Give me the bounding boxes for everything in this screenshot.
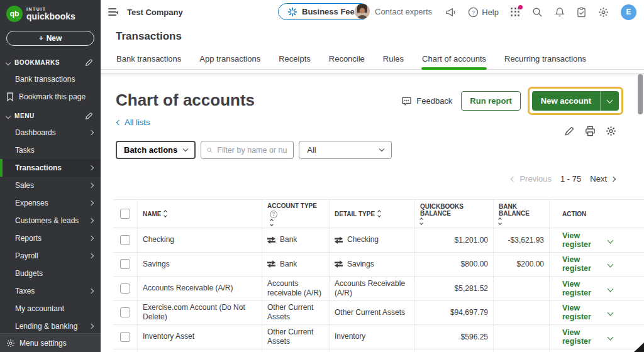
collapse-sidebar-icon[interactable] — [108, 8, 118, 16]
tab-chart-of-accounts[interactable]: Chart of accounts — [421, 50, 487, 69]
cell-detail-type: Savings — [347, 260, 374, 269]
header-account-type[interactable]: ACCOUNT TYPE ? — [262, 200, 329, 228]
sidebar-item-my-accountant[interactable]: My accountant — [0, 300, 101, 317]
row-action-dropdown[interactable] — [608, 308, 613, 317]
next-page-button[interactable]: Next — [590, 174, 615, 184]
header-detail-type[interactable]: DETAIL TYPE — [329, 200, 414, 228]
sort-icon — [164, 211, 167, 217]
cell-name: Checking — [143, 235, 174, 245]
chevron-down-icon — [608, 334, 614, 340]
tab-reconcile[interactable]: Reconcile — [328, 50, 365, 69]
help-tooltip-icon[interactable]: ? — [270, 211, 277, 218]
bookmark-this-page[interactable]: Bookmark this page — [0, 88, 101, 106]
apps-menu-icon[interactable] — [511, 8, 520, 17]
view-register-link[interactable]: View register — [562, 231, 608, 249]
table-row: Exercise.com Account (Do Not Delete) Oth… — [113, 301, 644, 326]
chevron-right-icon — [89, 236, 94, 241]
header-label: NAME — [143, 211, 161, 217]
row-checkbox[interactable] — [120, 307, 130, 317]
sidebar: qb INTUIT quickbooks + New BOOKMARKS Ban… — [0, 0, 101, 352]
quickbooks-logo[interactable]: qb INTUIT quickbooks — [0, 0, 101, 26]
sidebar-item-tasks[interactable]: Tasks — [0, 141, 101, 159]
edit-pencil-icon[interactable] — [85, 58, 93, 67]
chevron-right-icon — [89, 324, 94, 329]
header-bank-balance[interactable]: BANK BALANCE — [493, 200, 549, 228]
brand-text: INTUIT quickbooks — [26, 7, 75, 21]
all-lists-link[interactable]: All lists — [117, 118, 150, 127]
feedback-button[interactable]: Feedback — [401, 96, 452, 106]
cell-account-type: Accounts receivable (A/R) — [267, 279, 324, 298]
notifications-bell-icon[interactable] — [555, 7, 565, 18]
tab-bank-transactions[interactable]: Bank transactions — [116, 50, 182, 69]
tab-receipts[interactable]: Receipts — [278, 50, 311, 69]
sidebar-item-payroll[interactable]: Payroll — [0, 247, 101, 265]
table-settings-gear-icon[interactable] — [606, 126, 616, 136]
quickbooks-label: quickbooks — [26, 12, 75, 21]
header-name[interactable]: NAME — [137, 200, 262, 228]
run-report-button[interactable]: Run report — [461, 91, 520, 111]
view-register-link[interactable]: View register — [562, 304, 608, 321]
sidebar-item-transactions[interactable]: Transactions — [0, 159, 101, 177]
sidebar-item-taxes[interactable]: Taxes — [0, 282, 101, 300]
toolbar: Batch actions All — [116, 141, 644, 159]
new-account-dropdown[interactable] — [600, 91, 619, 111]
cell-quickbooks-balance: $800.00 — [461, 260, 488, 268]
row-checkbox[interactable] — [120, 235, 130, 245]
sidebar-item-dashboards[interactable]: Dashboards — [0, 124, 101, 141]
help-icon: ? — [468, 7, 479, 18]
contact-experts-label: Contact experts — [375, 7, 432, 16]
cell-account-type: Bank — [280, 260, 297, 269]
tab-rules[interactable]: Rules — [382, 50, 404, 69]
user-avatar[interactable]: E — [621, 4, 636, 20]
help-menu[interactable]: ? Help — [468, 7, 499, 18]
select-all-checkbox[interactable] — [120, 209, 130, 219]
cell-bank-balance: -$3,621.93 — [508, 236, 544, 245]
cell-name: Exercise.com Account (Do Not Delete) — [143, 303, 257, 322]
row-action-dropdown[interactable] — [608, 284, 613, 293]
edit-pencil-icon[interactable] — [85, 112, 93, 120]
filter-input[interactable] — [217, 146, 287, 155]
sidebar-item-label: Expenses — [15, 199, 89, 207]
header-quickbooks-balance[interactable]: QUICKBOOKS BALANCE — [414, 200, 493, 228]
menu-settings[interactable]: Menu settings — [0, 333, 101, 352]
row-checkbox[interactable] — [120, 332, 130, 342]
contact-experts[interactable]: Contact experts — [355, 4, 432, 19]
sidebar-item-bank-transactions[interactable]: Bank transactions — [0, 70, 101, 88]
view-register-link[interactable]: View register — [562, 280, 608, 297]
sidebar-item-reports[interactable]: Reports — [0, 229, 101, 247]
tab-recurring-transactions[interactable]: Recurring transactions — [504, 50, 587, 69]
sidebar-item-sales[interactable]: Sales — [0, 177, 101, 194]
row-checkbox[interactable] — [120, 259, 130, 269]
view-register-link[interactable]: View register — [562, 328, 608, 346]
settings-gear-icon[interactable] — [598, 7, 609, 18]
previous-page-button[interactable]: Previous — [511, 174, 552, 184]
print-icon[interactable] — [585, 126, 596, 136]
vertical-scrollbar[interactable] — [638, 74, 643, 114]
menu-section-header[interactable]: MENU — [0, 106, 101, 124]
sort-icon — [270, 219, 324, 226]
tab-app-transactions[interactable]: App transactions — [199, 50, 261, 69]
row-checkbox[interactable] — [120, 283, 130, 294]
new-button[interactable]: + New — [6, 31, 94, 46]
type-filter-dropdown[interactable]: All — [299, 141, 392, 159]
bookmarks-section-header[interactable]: BOOKMARKS — [0, 52, 101, 70]
row-action-dropdown[interactable] — [608, 236, 613, 245]
edit-pencil-icon[interactable] — [564, 126, 575, 136]
announcements-icon[interactable] — [445, 8, 456, 17]
tasks-clipboard-icon[interactable] — [577, 7, 586, 18]
search-icon[interactable] — [532, 7, 543, 18]
main-area: Test Company Business Feed Contact exper… — [101, 0, 644, 352]
row-action-dropdown[interactable] — [608, 260, 613, 268]
notification-dot — [518, 5, 523, 9]
row-action-dropdown[interactable] — [608, 333, 613, 341]
cell-account-type: Other Current Assets — [267, 327, 324, 346]
sidebar-item-customers-leads[interactable]: Customers & leads — [0, 212, 101, 229]
sidebar-item-lending-banking[interactable]: Lending & banking — [0, 317, 101, 333]
sidebar-item-budgets[interactable]: Budgets — [0, 265, 101, 282]
cell-detail-type: Checking — [347, 235, 379, 245]
view-register-link[interactable]: View register — [562, 255, 608, 273]
batch-actions-button[interactable]: Batch actions — [116, 141, 196, 159]
new-account-button[interactable]: New account — [532, 91, 600, 111]
chevron-right-icon — [89, 253, 94, 258]
sidebar-item-expenses[interactable]: Expenses — [0, 194, 101, 212]
